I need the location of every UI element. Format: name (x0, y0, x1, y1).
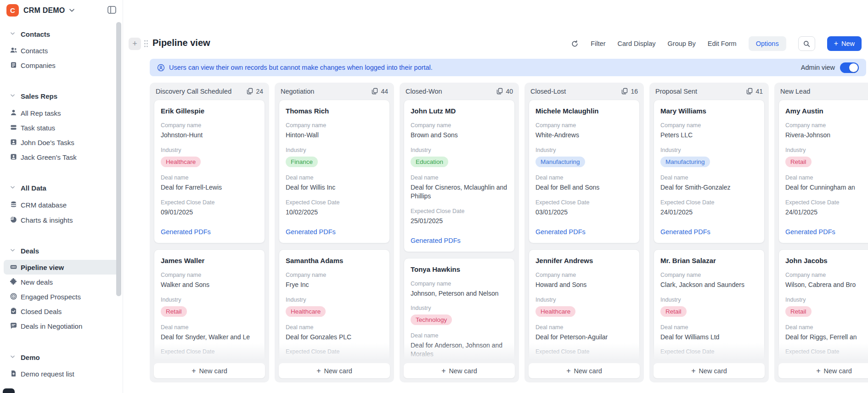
deal-card[interactable]: Thomas Rich Company name Hinton-Wall Ind… (279, 100, 390, 243)
contact-name: Mary Williams (660, 107, 758, 115)
column-cards: Amy Austin Company name Rivera-Johnson I… (774, 100, 868, 363)
sidebar-section-contacts[interactable]: Contacts (0, 27, 123, 41)
company-value: Johnson, Peterson and Nelson (411, 289, 508, 298)
add-view-button[interactable]: + (129, 38, 141, 50)
options-button[interactable]: Options (749, 36, 786, 51)
company-value: Frye Inc (286, 281, 383, 289)
field-label: Industry (660, 147, 758, 153)
workspace-name: CRM DEMO (23, 6, 65, 15)
sidebar-section-sales-reps[interactable]: Sales Reps (0, 89, 123, 103)
new-card-button[interactable]: +New card (404, 363, 515, 378)
generated-pdfs-link[interactable]: Generated PDFs (785, 228, 868, 236)
toggle-knob (849, 63, 858, 72)
sidebar-item-contacts[interactable]: Contacts (0, 43, 123, 58)
deal-card[interactable]: Samantha Adams Company name Frye Inc Ind… (279, 249, 390, 363)
generated-pdfs-link[interactable]: Generated PDFs (411, 237, 508, 244)
field-label: Company name (660, 272, 758, 278)
column-count: 44 (381, 88, 388, 95)
sidebar-item-engaged-prospects[interactable]: Engaged Prospects (0, 289, 123, 304)
field-label: Industry (411, 147, 508, 153)
company-value: Walker and Sons (161, 281, 258, 289)
company-value: Howard and Sons (535, 281, 633, 289)
deal-card[interactable]: John Lutz MD Company name Brown and Sons… (404, 100, 515, 252)
generated-pdfs-link[interactable]: Generated PDFs (535, 228, 633, 236)
sidebar-item-deals-in-negotiation[interactable]: Deals in Negotiation (0, 319, 123, 333)
search-icon (803, 40, 810, 47)
sidebar-item-jack-greens-task[interactable]: Jack Green's Task (0, 150, 123, 164)
sidebar-item-demo-request-list[interactable]: Demo request list (0, 366, 123, 381)
deal-card[interactable]: John Jacobs Company name Wilson, Cabrera… (778, 249, 868, 363)
new-card-button[interactable]: +New card (279, 363, 390, 378)
sidebar-section-demo[interactable]: Demo (0, 350, 123, 364)
contact-name: Amy Austin (785, 107, 868, 115)
collapse-sidebar-button[interactable] (107, 6, 116, 14)
column-cards: John Lutz MD Company name Brown and Sons… (400, 100, 519, 363)
new-card-button[interactable]: +New card (778, 363, 868, 378)
plus-icon: + (441, 367, 445, 375)
field-label: Company name (535, 122, 633, 129)
field-label: Expected Close Date (535, 199, 633, 206)
floating-widget-peek[interactable] (3, 388, 15, 393)
deal-card[interactable]: Amy Austin Company name Rivera-Johnson I… (778, 100, 868, 243)
field-label: Industry (411, 305, 508, 311)
edit-form-button[interactable]: Edit Form (708, 40, 737, 47)
deal-value: Deal for Cisneros, Mclaughlin and Philli… (411, 183, 508, 201)
search-button[interactable] (798, 36, 815, 51)
field-label: Industry (660, 297, 758, 303)
deal-card[interactable]: Michele Mclaughlin Company name White-An… (529, 100, 640, 243)
sidebar-section-all-data[interactable]: All Data (0, 181, 123, 195)
deal-card[interactable]: James Waller Company name Walker and Son… (154, 249, 265, 363)
generated-pdfs-link[interactable]: Generated PDFs (286, 228, 383, 236)
field-label: Deal name (785, 174, 868, 181)
admin-view-toggle[interactable] (840, 62, 859, 73)
contact-name: Samantha Adams (286, 257, 383, 264)
field-label: Expected Close Date (161, 199, 258, 206)
workspace-switcher[interactable]: C CRM DEMO (6, 4, 74, 17)
column-cards: Mary Williams Company name Peters LLC In… (649, 100, 769, 363)
close-date-value: 24/01/2025 (660, 208, 758, 217)
drag-handle-icon[interactable] (143, 39, 149, 48)
new-card-button[interactable]: +New card (529, 363, 640, 378)
field-label: Deal name (660, 174, 758, 181)
group-by-button[interactable]: Group By (668, 40, 696, 47)
company-value: Wilson, Cabrera and Bro (785, 281, 868, 289)
field-label: Company name (161, 272, 258, 278)
refresh-icon[interactable] (571, 40, 579, 48)
field-label: Industry (161, 297, 258, 303)
card-display-button[interactable]: Card Display (618, 40, 656, 47)
sidebar-item-closed-deals[interactable]: Closed Deals (0, 304, 123, 319)
filter-button[interactable]: Filter (591, 40, 605, 47)
company-value: Peters LLC (660, 131, 758, 140)
sidebar-item-crm-database[interactable]: CRM database (0, 197, 123, 212)
deal-card[interactable]: Erik Gillespie Company name Johnston-Hun… (154, 100, 265, 243)
sidebar-section-deals[interactable]: Deals (0, 244, 123, 258)
generated-pdfs-link[interactable]: Generated PDFs (161, 228, 258, 236)
field-label: Industry (286, 147, 383, 153)
plus-icon: + (316, 367, 321, 375)
person-icon (10, 109, 17, 117)
sidebar-item-companies[interactable]: Companies (0, 58, 123, 73)
generated-pdfs-link[interactable]: Generated PDFs (660, 228, 758, 236)
sidebar-item-all-rep-tasks[interactable]: All Rep tasks (0, 106, 123, 120)
sidebar-item-pipeline-view[interactable]: Pipeline view (4, 260, 119, 275)
deal-value: Deal for Farrell-Lewis (161, 183, 258, 192)
deal-card[interactable]: Jennifer Andrews Company name Howard and… (529, 249, 640, 363)
sidebar-scrollbar[interactable] (116, 22, 121, 296)
new-card-button[interactable]: +New card (654, 363, 765, 378)
sidebar-item-john-does-tasks[interactable]: John Doe's Tasks (0, 135, 123, 150)
field-label: Deal name (161, 324, 258, 331)
sidebar-item-charts-insights[interactable]: Charts & insights (0, 213, 123, 227)
company-value: Rivera-Johnson (785, 131, 868, 140)
banner-text: Users can view their own records but can… (169, 64, 433, 71)
sidebar-item-new-deals[interactable]: New deals (0, 275, 123, 289)
new-record-button[interactable]: + New (827, 36, 862, 51)
column-cards: Michele Mclaughlin Company name White-An… (524, 100, 644, 363)
new-card-button[interactable]: +New card (154, 363, 265, 378)
deal-card[interactable]: Mr. Brian Salazar Company name Clark, Ja… (654, 249, 765, 363)
sidebar-item-task-status[interactable]: Task status (0, 120, 123, 135)
deal-card[interactable]: Tonya Hawkins Company name Johnson, Pete… (404, 258, 515, 363)
pipeline-board: Discovery Call Scheduled 24 Erik Gillesp… (150, 83, 868, 382)
industry-badge: Manufacturing (660, 157, 710, 167)
person-badge-icon (10, 138, 17, 146)
deal-card[interactable]: Mary Williams Company name Peters LLC In… (654, 100, 765, 243)
